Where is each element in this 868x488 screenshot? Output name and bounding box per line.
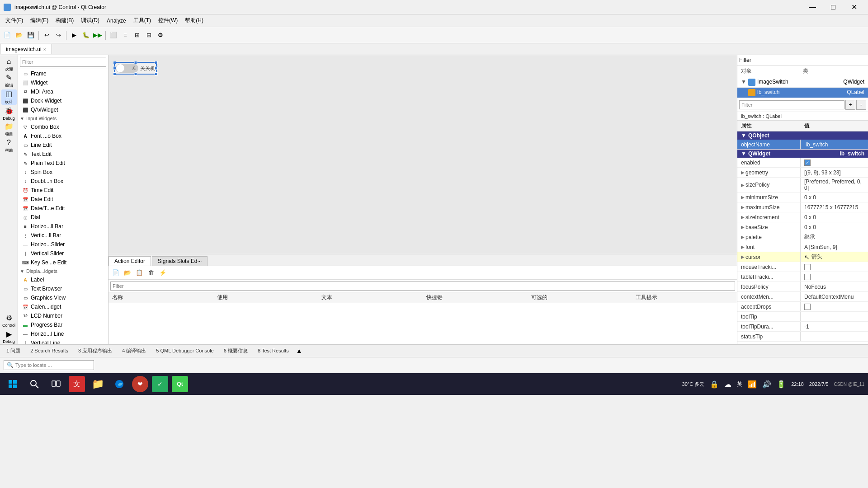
section-qwidget[interactable]: ▼ QWidget lb_switch [737, 150, 868, 158]
widget-hslider[interactable]: — Horizo...Slider [18, 240, 108, 249]
widget-dock[interactable]: ⬛ Dock Widget [18, 96, 108, 105]
run-btn[interactable]: ▶▶ [92, 30, 103, 41]
widget-double[interactable]: ↕ Doubl...n Box [18, 177, 108, 186]
tab-imageswitch[interactable]: imageswitch.ui × [0, 44, 52, 54]
canvas-widget[interactable]: 关 关关机 [114, 62, 157, 75]
section-input-widgets[interactable]: ▼ Input Widgets [18, 114, 108, 122]
widget-frame[interactable]: ▭ Frame [18, 69, 108, 78]
align-center-btn[interactable]: ≡ [120, 30, 131, 41]
taskview-btn[interactable] [47, 375, 65, 393]
start-button[interactable] [4, 375, 22, 393]
menu-controls[interactable]: 控件(W) [155, 15, 181, 26]
widget-mdi-area[interactable]: ⧉ MDI Area [18, 87, 108, 96]
widget-datetime[interactable]: 📅 Date/T...e Edit [18, 204, 108, 213]
section-display-widgets[interactable]: ▼ Displa...idgets [18, 267, 108, 275]
settings-btn[interactable]: ⚙ [155, 30, 166, 41]
menu-debug[interactable]: 调试(D) [77, 15, 103, 26]
section-qobject[interactable]: ▼ QObject [737, 131, 868, 140]
locate-input[interactable] [15, 362, 83, 368]
object-row-lbswitch[interactable]: lb_switch QLabel [737, 88, 868, 98]
prop-filter-input[interactable] [739, 100, 844, 109]
menu-help[interactable]: 帮助(H) [181, 15, 207, 26]
widget-vslider[interactable]: | Vertical Slider [18, 249, 108, 258]
minimize-button[interactable]: — [802, 0, 823, 14]
align-left-btn[interactable]: ⬜ [108, 30, 119, 41]
prop-enabled-value[interactable] [801, 158, 868, 167]
bottom-tab-qml[interactable]: 5 QML Debugger Console [151, 347, 218, 355]
tab-action-editor[interactable]: Action Editor [108, 256, 151, 266]
menu-tools[interactable]: 工具(T) [130, 15, 155, 26]
widget-filter-input[interactable] [20, 57, 106, 67]
taskbar-green-btn[interactable]: ✓ [152, 376, 168, 392]
palette-expand[interactable]: ▶ [741, 235, 745, 239]
grid-btn[interactable]: ⊟ [143, 30, 154, 41]
prop-tablettracking-value[interactable] [801, 272, 868, 282]
objectname-input[interactable] [804, 141, 864, 148]
prop-objectname-value[interactable] [801, 140, 868, 149]
font-expand[interactable]: ▶ [741, 244, 745, 249]
tab-signals-slots[interactable]: Signals Slots Ed··· [152, 256, 208, 266]
expand-icon[interactable]: ▼ [741, 79, 746, 86]
widget-font[interactable]: A Font ...o Box [18, 131, 108, 141]
handle-bm[interactable] [134, 72, 137, 75]
bottom-tab-search[interactable]: 2 Search Results [26, 347, 73, 355]
widget-hscroll[interactable]: ≡ Horizo...ll Bar [18, 222, 108, 231]
bottom-tab-summary[interactable]: 6 概要信息 [219, 346, 252, 356]
close-button[interactable]: ✕ [844, 0, 864, 14]
layout-btn[interactable]: ⊞ [132, 30, 142, 41]
canvas-area[interactable]: 关 关关机 [108, 55, 737, 254]
widget-label[interactable]: A Label [18, 275, 108, 284]
widget-widget[interactable]: ⬜ Widget [18, 78, 108, 87]
taskbar-folder-btn[interactable]: 📁 [89, 375, 107, 393]
toggle-switch[interactable]: 关 [116, 64, 138, 73]
cursor-expand[interactable]: ▶ [741, 254, 745, 259]
mousetracking-checkbox[interactable] [804, 264, 811, 270]
menu-edit[interactable]: 编辑(E) [27, 15, 52, 26]
sizepolicy-expand[interactable]: ▶ [741, 183, 745, 188]
handle-tr[interactable] [155, 61, 158, 64]
taskbar-qtcreator-btn[interactable]: Qt [172, 376, 188, 392]
menu-file[interactable]: 文件(F) [2, 15, 27, 26]
sidebar-item-design[interactable]: ◫ 设计 [1, 89, 17, 105]
prop-acceptdrops-value[interactable] [801, 302, 868, 311]
handle-bl[interactable] [113, 72, 116, 75]
taskbar-redcircle-btn[interactable]: ❤ [132, 376, 148, 392]
widget-text-browser[interactable]: ▭ Text Browser [18, 284, 108, 293]
geometry-expand[interactable]: ▶ [741, 170, 745, 175]
maximize-button[interactable]: □ [823, 0, 844, 14]
widget-line-edit[interactable]: ▭ Line Edit [18, 141, 108, 150]
widget-text-edit[interactable]: ✎ Text Edit [18, 150, 108, 159]
widget-combo[interactable]: ▽ Combo Box [18, 122, 108, 131]
redo-btn[interactable]: ↪ [53, 30, 64, 41]
widget-lcd[interactable]: 12 LCD Number [18, 311, 108, 320]
prop-mousetracking-value[interactable] [801, 262, 868, 272]
build-btn[interactable]: ▶ [69, 30, 80, 41]
open-btn[interactable]: 📂 [14, 30, 24, 41]
sidebar-item-help[interactable]: ? 帮助 [1, 138, 17, 154]
widget-hline[interactable]: — Horizo...l Line [18, 329, 108, 338]
taskbar-redapp-btn[interactable]: 文 [69, 376, 85, 392]
bottom-expand-btn[interactable]: ▲ [296, 347, 302, 354]
taskbar-edge-btn[interactable] [110, 375, 128, 393]
menu-analyze[interactable]: Analyze [103, 16, 130, 26]
acceptdrops-checkbox[interactable] [804, 304, 811, 310]
widget-qax[interactable]: ⬛ QAxWidget [18, 105, 108, 114]
maxsize-expand[interactable]: ▶ [741, 205, 745, 210]
debug-btn[interactable]: 🐛 [80, 30, 91, 41]
tablettracking-checkbox[interactable] [804, 274, 811, 280]
sidebar-item-edit[interactable]: ✎ 编辑 [1, 73, 17, 89]
basesize-expand[interactable]: ▶ [741, 225, 745, 230]
new-file-btn[interactable]: 📄 [2, 30, 13, 41]
filter-add-btn[interactable]: + [845, 100, 855, 110]
action-copy-btn[interactable]: 📋 [134, 267, 145, 278]
handle-br[interactable] [155, 72, 158, 75]
bottom-tab-compile[interactable]: 4 编译输出 [118, 346, 151, 356]
widget-keyseq[interactable]: ⌨ Key Se...e Edit [18, 258, 108, 267]
sizeincrement-expand[interactable]: ▶ [741, 215, 745, 220]
widget-vscroll[interactable]: ⋮ Vertic...ll Bar [18, 231, 108, 240]
search-taskbar-btn[interactable] [25, 375, 43, 393]
handle-mr[interactable] [155, 67, 158, 70]
widget-progress[interactable]: ▬ Progress Bar [18, 320, 108, 329]
save-btn[interactable]: 💾 [25, 30, 36, 41]
filter-remove-btn[interactable]: - [856, 100, 866, 110]
